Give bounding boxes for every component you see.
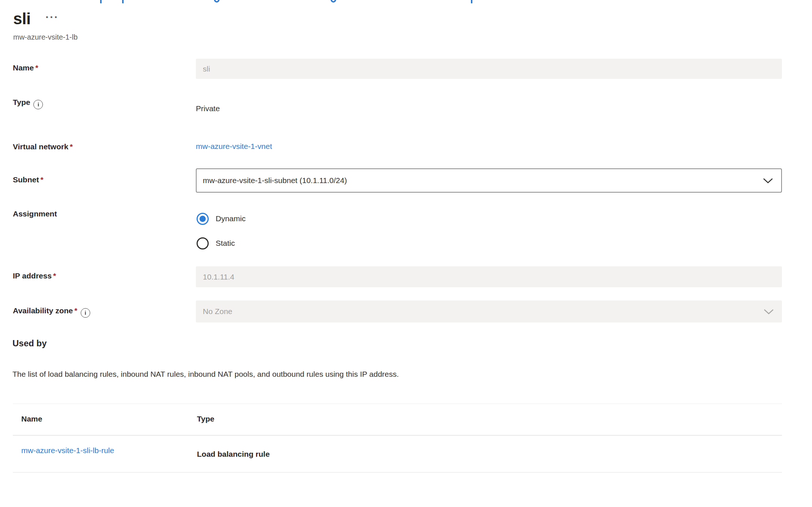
info-icon[interactable]: i [33, 100, 43, 109]
clipped-link-fragment [122, 0, 124, 3]
required-asterisk: * [73, 306, 77, 315]
column-header-type: Type [197, 415, 214, 423]
clipped-link-fragment [100, 0, 102, 3]
type-value: Private [196, 104, 782, 113]
column-header-name: Name [21, 415, 42, 423]
clipped-breadcrumb [0, 0, 812, 4]
availability-zone-label: Availability zone*i [13, 306, 90, 318]
subnet-select[interactable]: mw-azure-vsite-1-sli-subnet (10.1.11.0/2… [196, 168, 782, 193]
used-by-table: Name Type mw-azure-vsite-1-sli-lb-rule L… [13, 402, 782, 474]
radio-label-dynamic: Dynamic [216, 214, 246, 223]
type-label: Typei [13, 98, 43, 109]
table-top-border [13, 404, 782, 404]
ip-address-label: IP address* [13, 271, 56, 281]
availability-zone-select: No Zone [196, 300, 782, 322]
assignment-radio-static[interactable]: Static [197, 237, 235, 249]
assignment-label: Assignment [13, 209, 57, 219]
name-input [196, 59, 782, 79]
availability-zone-value: No Zone [203, 307, 233, 316]
table-row: mw-azure-vsite-1-sli-lb-rule [21, 446, 114, 455]
chevron-down-icon [764, 309, 774, 314]
subnet-selected-value: mw-azure-vsite-1-sli-subnet (10.1.11.0/2… [203, 176, 347, 185]
clipped-link-fragment [330, 0, 336, 3]
required-asterisk: * [68, 142, 73, 151]
virtual-network-link[interactable]: mw-azure-vsite-1-vnet [196, 142, 272, 150]
clipped-link-fragment [471, 0, 472, 3]
frontend-ip-configuration-page: sli ··· mw-azure-vsite-1-lb Name* Typei … [0, 0, 812, 507]
subnet-label: Subnet* [13, 175, 43, 185]
used-by-heading: Used by [12, 338, 47, 349]
rule-type-cell: Load balancing rule [197, 450, 270, 459]
radio-unselected-icon [197, 237, 209, 249]
more-options-button[interactable]: ··· [45, 11, 59, 23]
required-asterisk: * [34, 63, 38, 72]
info-icon[interactable]: i [81, 308, 90, 318]
table-header-divider [13, 435, 782, 435]
clipped-link-fragment [214, 0, 220, 3]
page-subtitle: mw-azure-vsite-1-lb [13, 33, 78, 41]
virtual-network-label: Virtual network* [13, 142, 73, 152]
radio-selected-icon [197, 213, 209, 225]
rule-link[interactable]: mw-azure-vsite-1-sli-lb-rule [21, 446, 114, 455]
table-bottom-border [13, 472, 782, 473]
radio-label-static: Static [216, 239, 235, 248]
required-asterisk: * [39, 175, 43, 184]
chevron-down-icon [763, 178, 773, 183]
ip-address-input [196, 266, 782, 287]
required-asterisk: * [52, 271, 56, 280]
assignment-radio-dynamic[interactable]: Dynamic [197, 212, 246, 225]
used-by-description: The list of load balancing rules, inboun… [12, 370, 399, 379]
name-label: Name* [13, 63, 38, 73]
page-title: sli [13, 10, 30, 28]
